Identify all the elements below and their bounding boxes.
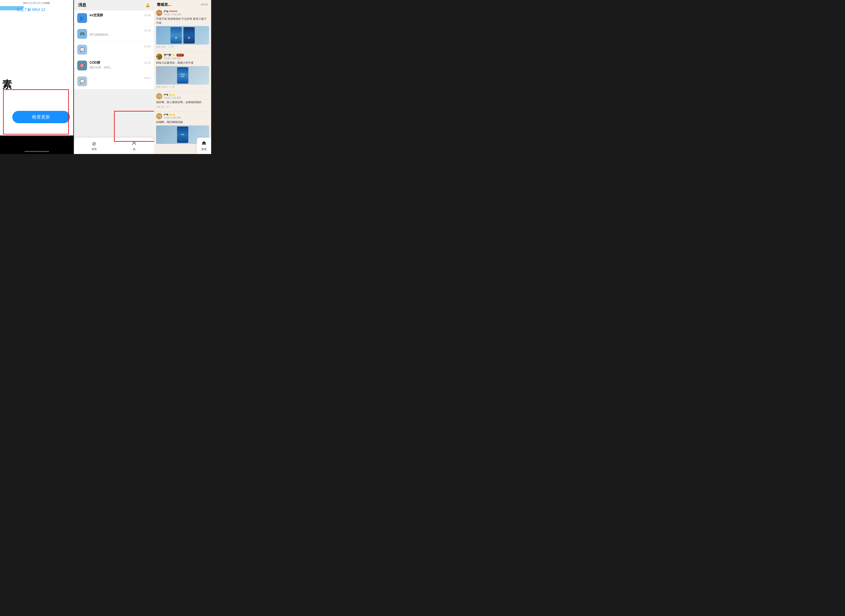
review-text: 好喝啊，喝完继续回购	[156, 120, 209, 124]
reviewer-meta: 4天前 | 口味:原味	[164, 13, 181, 16]
reviewer-info: l**8 l**8 🌟🌟 3天前 | 口味:原味	[156, 93, 209, 100]
reviewer-name-block: l**8 🌟🌟 3天前 | 口味:原味	[164, 93, 181, 100]
avatar: 💬	[77, 45, 87, 54]
review-image: 西域春奶啤	[156, 66, 209, 85]
chat-preview: 球大战前线2社...	[89, 33, 151, 37]
middle-chat-panel: 消息 🔔 👥 ex交流群 15:06 🎮 15:00 球大战前	[74, 0, 154, 154]
nav-label-me: 我	[133, 148, 135, 151]
chat-list: 👥 ex交流群 15:06 🎮 15:00 球大战前线2社... �	[74, 10, 154, 138]
reviewer-meta: 3天前 | 口味:原味	[164, 116, 181, 119]
right-panel-header: 整箱发... 按时间	[154, 0, 211, 8]
reviewer-info: l**b l**b ❤❤❤❤ 4天前 | 口味:原味	[156, 10, 209, 16]
review-item: l**b l**b ❤❤❤❤ 4天前 | 口味:原味 不错不错 味道怪怪的 不过…	[156, 10, 209, 48]
avatar: 🎮	[77, 29, 87, 39]
chat-item[interactable]: 💬 14:17	[74, 73, 154, 89]
home-label: 首页	[201, 147, 207, 151]
review-text: 不错不错 味道怪怪的 不过好和 家里小孩子 不错	[156, 17, 209, 25]
review-item: 扑**折 扑**折 🌟 BIVIP 5天前 | 口味:原味 奶味儿比夏润浓，新疆…	[156, 53, 209, 88]
chat-info: ex交流群 15:06	[89, 13, 151, 18]
avatar: 扑**折	[156, 54, 162, 60]
reviewer-info: 扑**折 扑**折 🌟 BIVIP 5天前 | 口味:原味	[156, 53, 209, 60]
chat-info: 15:00 球大战前线2社...	[89, 29, 151, 37]
phone-screen: MIUI 12 20.4.27 | 内测版 全面了解 MIUI 12 素 检查更…	[0, 0, 73, 154]
chat-header: 消息 🔔	[74, 0, 154, 10]
left-phone-panel: MIUI 12 20.4.27 | 内测版 全面了解 MIUI 12 素 检查更…	[0, 0, 74, 154]
reviewer-name: l**8 🌟🌟	[164, 93, 181, 96]
home-icon	[201, 141, 207, 147]
review-list: l**b l**b ❤❤❤❤ 4天前 | 口味:原味 不错不错 味道怪怪的 不过…	[154, 8, 211, 150]
right-panel-title: 整箱发...	[157, 2, 171, 7]
avatar: 👥	[77, 13, 87, 23]
left-nav-bar	[0, 135, 73, 154]
reviewer-meta: 5天前 | 口味:原味	[164, 57, 183, 60]
comment-link[interactable]: 伴	[167, 105, 169, 109]
reviewer-name: 扑**折 🌟 BIVIP	[164, 53, 183, 57]
reviewer-name: l**9 🌟🌟	[164, 113, 181, 116]
chat-info: 14:51	[89, 45, 151, 49]
compass-icon: ⊘	[92, 141, 96, 147]
chat-name: COD群	[89, 60, 100, 65]
chat-time: 15:06	[144, 14, 151, 17]
divider	[156, 91, 209, 92]
reviewer-name-block: l**b ❤❤❤❤ 4天前 | 口味:原味	[164, 10, 181, 16]
avatar: l**b	[156, 10, 162, 16]
review-item: l**8 l**8 🌟🌟 3天前 | 口味:原味 很好喝，家人都喜欢喝，会继续回…	[156, 93, 209, 109]
review-text: 奶味儿比夏润浓，新疆大哥牛逼	[156, 61, 209, 65]
reviewer-name: l**b ❤❤❤❤	[164, 10, 181, 13]
review-image: 奶啤 奶啤	[156, 26, 209, 44]
person-icon	[132, 141, 136, 147]
chat-item[interactable]: 👥 ex交流群 15:06	[74, 10, 154, 26]
chat-time: 15:00	[144, 29, 151, 32]
miui-version-header: MIUI 12 20.4.27 | 内测版	[0, 0, 73, 6]
review-text: 很好喝，家人都喜欢喝，会继续回购的	[156, 100, 209, 104]
view-count: 浏览 115次	[156, 85, 167, 88]
avatar: l**9	[156, 113, 162, 119]
comment-link[interactable]: ☺ 评	[168, 45, 173, 48]
miui-learn-more-link[interactable]: 全面了解 MIUI 12	[16, 7, 45, 12]
home-indicator	[25, 151, 49, 152]
comment-link[interactable]: ☺ 评	[169, 85, 175, 88]
avatar: l**8	[156, 93, 162, 100]
avatar: 💬	[77, 76, 87, 86]
home-nav-tab[interactable]: 首页	[197, 138, 211, 154]
miui-version-text: MIUI 12 20.4.27 | 内测版	[23, 1, 50, 5]
view-count: 浏览 99次	[156, 45, 166, 48]
su-character: 素	[2, 78, 12, 91]
right-review-panel: 整箱发... 按时间 l**b l**b ❤❤❤❤ 4天前 | 口味:原味 不错…	[154, 0, 211, 154]
chat-item[interactable]: 🎮 15:00 球大战前线2社...	[74, 26, 154, 42]
chat-time: 14:23	[144, 61, 151, 64]
chat-name: ex交流群	[89, 13, 103, 18]
nav-label-discover: 发现	[92, 147, 97, 151]
right-panel-subtitle: 按时间	[201, 3, 208, 6]
review-stats: 浏览 99次 ☺ 评	[156, 45, 209, 48]
view-count: 浏览 9次	[156, 105, 165, 109]
review-stats: 浏览 115次 ☺ 评	[156, 85, 209, 88]
chat-info: 14:17	[89, 76, 151, 80]
chat-item[interactable]: 🎯 COD群 14:23 地方出来，30分...	[74, 58, 154, 73]
chat-preview: 地方出来，30分...	[89, 66, 151, 69]
chat-list-title: 消息	[78, 2, 86, 8]
reviewer-meta: 3天前 | 口味:原味	[164, 96, 181, 100]
review-stats: 浏览 9次 伴	[156, 105, 209, 109]
reviewer-info: l**9 l**9 🌟🌟 3天前 | 口味:原味	[156, 113, 209, 119]
nav-item-me[interactable]: 我	[132, 141, 136, 151]
chat-info: COD群 14:23 地方出来，30分...	[89, 60, 151, 69]
reviewer-name-block: 扑**折 🌟 BIVIP 5天前 | 口味:原味	[164, 53, 183, 60]
avatar: 🎯	[77, 60, 87, 70]
chat-item[interactable]: 💬 14:51	[74, 42, 154, 58]
bottom-nav-bar: ⊘ 发现 我	[74, 138, 154, 154]
chat-time: 14:51	[144, 45, 151, 48]
svg-point-0	[133, 141, 135, 143]
check-update-button[interactable]: 检查更新	[12, 111, 70, 123]
reviewer-name-block: l**9 🌟🌟 3天前 | 口味:原味	[164, 113, 181, 119]
notification-icon[interactable]: 🔔	[145, 3, 150, 7]
chat-time: 14:17	[144, 76, 151, 79]
nav-item-discover[interactable]: ⊘ 发现	[92, 141, 97, 151]
divider	[156, 111, 209, 111]
